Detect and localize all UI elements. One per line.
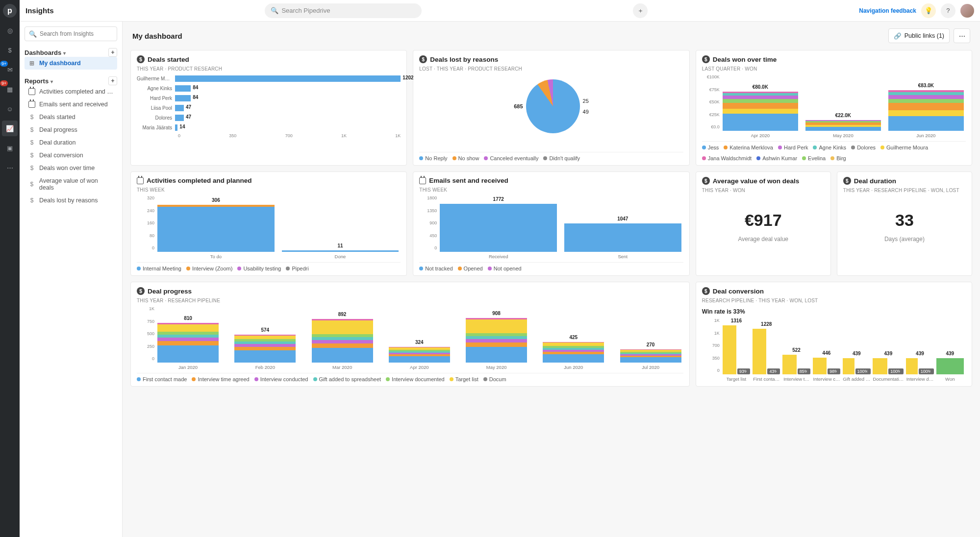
search-placeholder: Search Pipedrive (281, 7, 330, 14)
grid-icon: ⊞ (28, 60, 35, 67)
add-report-button[interactable]: + (108, 76, 117, 85)
dollar-icon: $ (28, 181, 35, 188)
sidebar-search[interactable]: 🔍 (25, 26, 117, 41)
top-bar: Insights 🔍 Search Pipedrive ＋ Navigation… (20, 0, 980, 22)
link-icon: 🔗 (894, 32, 902, 40)
sidebar-report-item[interactable]: $Deal progress (25, 123, 117, 136)
left-nav-rail: p ◎ $ ✉9+ ▦9+ ☺ 📈 ▣ ⋯ (0, 0, 20, 537)
sidebar-report-item[interactable]: $Deals started (25, 111, 117, 123)
insights-sidebar: 🔍 Dashboards▾ + ⊞My dashboard Reports▾ + (20, 22, 123, 537)
dollar-icon: $ (137, 287, 145, 295)
card-conversion: $Deal conversion RESEARCH PIPELINE · THI… (696, 282, 972, 387)
rail-contacts-icon[interactable]: ☺ (2, 101, 18, 117)
dollar-icon: $ (843, 177, 851, 185)
search-icon: 🔍 (29, 30, 37, 38)
dollar-icon: $ (28, 139, 35, 146)
rail-deals-icon[interactable]: $ (2, 42, 18, 58)
card-emails: Emails sent and received THIS WEEK 04509… (413, 171, 689, 276)
sidebar-dashboard-item[interactable]: ⊞My dashboard (25, 57, 117, 70)
sidebar-search-input[interactable] (40, 30, 113, 37)
card-avg-value: $Average value of won deals THIS YEAR · … (696, 171, 831, 276)
rail-target-icon[interactable]: ◎ (2, 23, 18, 38)
dollar-icon: $ (28, 126, 35, 133)
dollar-icon: $ (702, 177, 710, 185)
calendar-icon (137, 177, 144, 184)
global-search[interactable]: 🔍 Search Pipedrive (265, 3, 422, 18)
chevron-down-icon[interactable]: ▾ (50, 79, 53, 84)
nav-feedback-link[interactable]: Navigation feedback (859, 7, 916, 14)
public-links-button[interactable]: 🔗 Public links (1) (888, 28, 950, 43)
dollar-icon: $ (702, 55, 710, 63)
avg-value-metric: €917 (702, 211, 825, 230)
page-title: My dashboard (132, 32, 182, 40)
dollar-icon: $ (702, 287, 710, 295)
rail-insights-icon[interactable]: 📈 (2, 121, 18, 136)
card-deals-lost: $Deals lost by reasons LOST · THIS YEAR … (413, 50, 689, 166)
app-title: Insights (25, 6, 54, 15)
content-area: My dashboard 🔗 Public links (1) ⋯ $Deals… (123, 22, 980, 537)
rail-calendar-icon[interactable]: ▦9+ (2, 81, 18, 97)
dollar-icon: $ (28, 165, 35, 171)
more-menu-button[interactable]: ⋯ (954, 28, 970, 43)
sidebar-report-item[interactable]: Emails sent and received (25, 98, 117, 111)
rail-mail-icon[interactable]: ✉9+ (2, 62, 18, 77)
user-avatar[interactable] (960, 4, 974, 18)
sidebar-report-item[interactable]: $Deal conversion (25, 149, 117, 162)
card-deals-started: $Deals started THIS YEAR · PRODUCT RESEA… (130, 50, 407, 166)
reports-label: Reports (25, 77, 49, 85)
dollar-icon: $ (28, 114, 35, 121)
sidebar-report-item[interactable]: $Deal duration (25, 136, 117, 149)
tips-icon[interactable]: 💡 (921, 3, 936, 18)
calendar-icon (28, 88, 35, 95)
win-rate: Win rate is 33% (702, 308, 966, 315)
search-icon: 🔍 (271, 7, 278, 14)
sidebar-report-item[interactable]: $Deals won over time (25, 162, 117, 174)
rail-more-icon[interactable]: ⋯ (2, 160, 18, 175)
card-duration: $Deal duration THIS YEAR · RESEARCH PIPE… (837, 171, 972, 276)
sidebar-report-item[interactable]: $Deals lost by reasons (25, 194, 117, 207)
logo[interactable]: p (2, 3, 18, 19)
dollar-icon: $ (28, 197, 35, 204)
add-dashboard-button[interactable]: + (108, 48, 117, 57)
rail-products-icon[interactable]: ▣ (2, 140, 18, 156)
dollar-icon: $ (419, 55, 427, 63)
calendar-icon (28, 101, 35, 108)
calendar-icon (419, 177, 426, 184)
add-button[interactable]: ＋ (633, 3, 648, 18)
card-activities: Activities completed and planned THIS WE… (130, 171, 407, 276)
duration-metric: 33 (843, 211, 966, 230)
dashboards-label: Dashboards (25, 49, 61, 56)
sidebar-report-item[interactable]: Activities completed and … (25, 85, 117, 98)
dollar-icon: $ (137, 55, 145, 63)
card-deals-won-time: $Deals won over time LAST QUARTER · WON … (696, 50, 972, 166)
chevron-down-icon[interactable]: ▾ (63, 50, 66, 56)
help-icon[interactable]: ? (941, 3, 955, 18)
dollar-icon: $ (28, 152, 35, 159)
card-deal-progress: $Deal progress THIS YEAR · RESEARCH PIPE… (130, 282, 690, 387)
sidebar-report-item[interactable]: $Average value of won deals (25, 174, 117, 194)
